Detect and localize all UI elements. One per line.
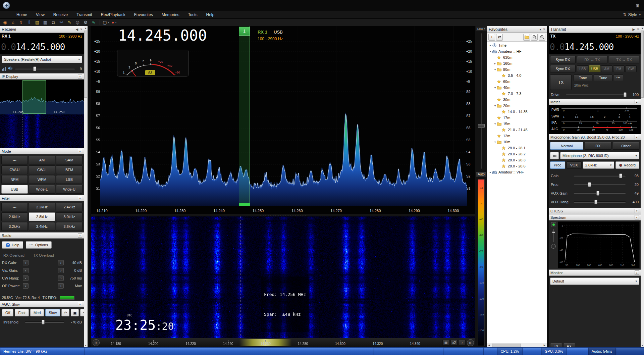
tree-item-14-0-14-35[interactable]: 14.0 - 14.35 [487, 109, 547, 115]
chevron-down-icon[interactable]: ▾ [639, 13, 641, 16]
bottom-tab-tx[interactable]: TX [550, 343, 562, 347]
collapse-icon[interactable]: ▾ [493, 122, 497, 125]
save-icon[interactable]: ▦ [42, 19, 49, 26]
auto-level-button[interactable]: Auto [476, 171, 486, 177]
expand-icon[interactable]: ▸ [488, 44, 492, 47]
proc-slider-track[interactable] [574, 184, 626, 185]
record-button[interactable]: Record [615, 161, 639, 169]
if-spectrum[interactable]: 14.245 14.250 [0, 80, 84, 114]
microphone-select[interactable]: Microphone (2- RIG 800HD) ▾ [560, 152, 639, 159]
refresh-button[interactable]: ⇄ [496, 34, 503, 41]
drive-slider-thumb[interactable] [624, 92, 627, 97]
step-right-button[interactable]: › [459, 340, 466, 346]
audio-device-select[interactable]: Speakers (Realtek(R) Audio) ▾ [2, 56, 82, 63]
level-slider[interactable] [475, 31, 487, 171]
expand-icon[interactable]: ▸ [488, 171, 492, 174]
curve-button[interactable]: ∿ [80, 309, 84, 316]
tree-item-17m[interactable]: 17m [487, 115, 547, 121]
scroll-down-icon[interactable]: ▼ [84, 344, 88, 347]
menu-rec-playback[interactable]: Rec/Playback [96, 11, 129, 18]
mode-button-lsb[interactable]: LSB [56, 175, 83, 184]
band-scale[interactable]: 14.18014.20014.22014.24014.26014.28014.3… [101, 339, 441, 346]
scroll-left-icon[interactable]: ◀ [487, 344, 491, 347]
sync-rx-button[interactable]: Sync RX [550, 56, 576, 63]
tone-button[interactable]: Tone [574, 74, 592, 81]
agc-med-button[interactable]: Med [30, 309, 44, 316]
style-label[interactable]: Style [628, 12, 637, 17]
spin-left-button[interactable]: ‹ [23, 268, 29, 273]
filter-button-3-2khz[interactable]: 3.2kHz [1, 222, 28, 231]
tree-item-15m[interactable]: ▾15m [487, 121, 547, 127]
tree-item-amateur-hf[interactable]: ▾Amateur :: HF [487, 48, 547, 54]
monitor-header[interactable]: Monitor ▴ [549, 269, 641, 276]
menu-receive[interactable]: Receive [49, 11, 72, 18]
collapse-icon[interactable]: ▴ [635, 215, 639, 219]
collapse-icon[interactable]: ▴ [635, 100, 639, 104]
tree-item-28-0-28-6[interactable]: 28.0 - 28.6 [487, 163, 547, 169]
scroll-down-icon[interactable]: ▼ [641, 344, 644, 347]
tx-mode-fm-button[interactable]: FM [613, 65, 625, 72]
drive-slider-track[interactable] [566, 94, 627, 95]
agc-slow-button[interactable]: Slow [45, 309, 60, 316]
menu-view[interactable]: View [32, 11, 49, 18]
tx-button[interactable]: TX [550, 74, 572, 90]
scroll-thumb[interactable] [492, 344, 521, 347]
close-icon[interactable]: × [80, 28, 82, 31]
search-icon[interactable]: ◎ [74, 19, 81, 26]
tune-button[interactable]: Tune [594, 74, 612, 81]
display-mode-button[interactable]: ▤ [442, 340, 449, 346]
close-icon[interactable]: × [543, 28, 545, 31]
edit-icon[interactable]: ✎ [66, 19, 73, 26]
rx-frequency-display[interactable]: 0.014.245.000 [0, 40, 84, 54]
dock-right-icon[interactable]: ▶ [632, 28, 635, 31]
mode-button-sam[interactable]: SAM [56, 156, 83, 164]
tx-mode-cw-button[interactable]: CW [625, 65, 637, 72]
tuned-frequency-display[interactable]: 14.245.000 [118, 27, 207, 44]
more-options-button[interactable]: ••• [614, 74, 623, 81]
gain-slider-track[interactable] [574, 175, 626, 176]
waterfall-panel[interactable]: UTC 23:25:20 Freq: 14.256 MHz Span: ±48 … [91, 216, 475, 338]
tree-item-10m[interactable]: ▾10m [487, 139, 547, 145]
meter-header[interactable]: Meter ▴ [549, 99, 641, 105]
mode-button-wide-u[interactable]: Wide-U [56, 185, 83, 194]
tx-spectrum-slider[interactable] [552, 229, 555, 242]
record-dropdown-button[interactable]: ●▾ [110, 19, 118, 26]
slider-thumb[interactable] [552, 232, 555, 233]
home-icon[interactable]: ⌂ [9, 19, 17, 26]
passband-region[interactable] [239, 26, 250, 206]
agc-fast-button[interactable]: Fast [15, 309, 29, 316]
tree-item-21-0-21-45[interactable]: 21.0 - 21.45 [487, 127, 547, 133]
collapse-icon[interactable]: ▾ [488, 50, 492, 53]
spectrum-panel[interactable]: 1 14.245.000 RX 1 USB 100 - 2900 Hz 1357… [91, 26, 475, 214]
filter-button-item[interactable]: ••• [1, 203, 28, 211]
collapse-icon[interactable]: ▴ [635, 135, 639, 139]
tree-item-80m[interactable]: ▾80m [487, 66, 547, 72]
volume-slider-thumb[interactable] [33, 66, 36, 71]
gain-slider-thumb[interactable] [619, 173, 622, 178]
proc-slider-thumb[interactable] [588, 182, 591, 187]
receive-scrollbar[interactable]: ▲ ▼ [84, 26, 88, 347]
gain-slider[interactable] [574, 175, 626, 176]
collapse-icon[interactable]: ▴ [78, 233, 82, 238]
mode-button-usb[interactable]: USB [1, 185, 28, 194]
threshold-slider[interactable] [25, 321, 64, 323]
filter-header[interactable]: Filter ▴ [0, 195, 84, 201]
display-dropdown-button[interactable]: ▢▾ [102, 19, 110, 26]
collapse-icon[interactable]: ▴ [78, 196, 82, 200]
mode-header[interactable]: Mode ▴ [0, 148, 84, 154]
tree-item-28-0-28-2[interactable]: 28.0 - 28.2 [487, 151, 547, 157]
tree-item-30m[interactable]: 30m [487, 97, 547, 103]
filter-button-2-4khz[interactable]: 2.4kHz [56, 203, 83, 211]
filter-button-2-2khz[interactable]: 2.2kHz [29, 203, 55, 211]
tree-item-time[interactable]: ▸Time [487, 42, 547, 48]
scroll-thumb[interactable] [84, 31, 87, 98]
volume-slider[interactable] [15, 68, 75, 69]
passband-tab[interactable]: 1 [239, 27, 250, 36]
agc-off-button[interactable]: Off [2, 309, 13, 316]
tree-item-630m[interactable]: 630m [487, 54, 547, 60]
vox-gain-slider[interactable] [574, 193, 626, 194]
collapse-icon[interactable]: ▾ [493, 104, 497, 107]
proc-slider[interactable] [574, 184, 626, 185]
waterfall-colorbar[interactable]: -15-30-45-60-75-90-105-120-135-150 [478, 179, 485, 346]
monitor-device-select[interactable]: Default ▾ [550, 277, 639, 285]
